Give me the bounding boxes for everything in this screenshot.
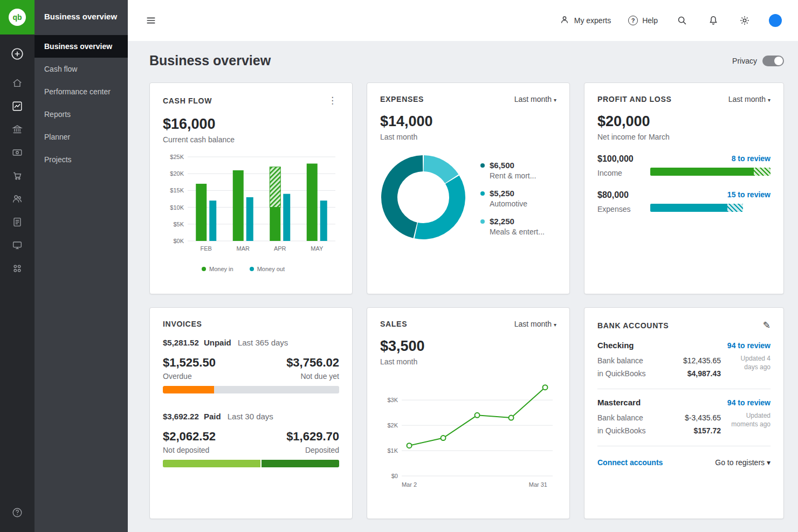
topbar: My experts ? Help	[128, 0, 798, 41]
svg-text:$20K: $20K	[170, 170, 184, 177]
user-avatar[interactable]	[769, 14, 782, 27]
deposited-label: Deposited	[305, 446, 339, 454]
cash-flow-title: CASH FLOW	[163, 96, 212, 105]
page-title: Business overview	[149, 53, 271, 68]
notifications-bell-icon[interactable]	[706, 13, 720, 27]
checking-review-link[interactable]: 94 to review	[727, 341, 771, 350]
account-name: Checking	[597, 341, 634, 350]
nav-icon-home[interactable]	[6, 72, 28, 94]
sales-period-dropdown[interactable]: Last month▾	[514, 320, 556, 328]
nav-icon-banking[interactable]	[6, 119, 28, 140]
cash-flow-legend: Money in Money out	[202, 266, 339, 272]
svg-text:$0: $0	[391, 473, 398, 479]
nav-icon-apps[interactable]	[6, 258, 28, 279]
profit-loss-subtitle: Net income for March	[597, 133, 771, 141]
expense-legend-item: $2,250Meals & entert...	[480, 217, 545, 236]
nav-icon-sales[interactable]	[6, 165, 28, 186]
sidebar-item-business-overview[interactable]: Business overview	[35, 35, 128, 58]
connect-accounts-link[interactable]: Connect accounts	[597, 458, 663, 467]
search-icon[interactable]	[675, 13, 689, 27]
account-mastercard: Mastercard 94 to review Bank balance in …	[597, 398, 771, 437]
not-deposited-amount: $2,062.52	[163, 430, 216, 444]
cash-flow-kebab-menu-icon[interactable]: ⋮	[326, 95, 339, 106]
profit-loss-period-dropdown[interactable]: Last month▾	[728, 95, 771, 103]
cash-flow-subtitle: Current cash balance	[163, 135, 339, 144]
privacy-label: Privacy	[732, 57, 757, 65]
page-content: Business overview Privacy CASH FLOW ⋮ $1…	[128, 41, 798, 532]
bank-accounts-card: BANK ACCOUNTS ✎ Checking 94 to review Ba…	[584, 307, 784, 519]
rent-dot-icon	[480, 163, 485, 168]
expenses-subtitle: Last month	[380, 133, 556, 141]
svg-text:$15K: $15K	[170, 187, 184, 194]
account-name: Mastercard	[597, 398, 641, 407]
expenses-amount: $80,000	[597, 190, 650, 200]
mastercard-bank-balance: $-3,435.65	[685, 411, 721, 424]
privacy-toggle[interactable]	[762, 56, 784, 66]
income-review-link[interactable]: 8 to review	[650, 154, 771, 163]
profit-loss-amount: $20,000	[597, 113, 771, 130]
sidebar-header: Business overview	[35, 0, 128, 35]
invoices-card: INVOICES $5,281.52 Unpaid Last 365 days …	[149, 307, 353, 519]
svg-text:$1K: $1K	[387, 447, 398, 454]
expenses-period-dropdown[interactable]: Last month▾	[514, 95, 556, 103]
svg-text:$0K: $0K	[173, 238, 184, 244]
svg-text:$25K: $25K	[170, 154, 184, 160]
legend-item-money-out: Money out	[250, 266, 285, 272]
my-experts-label: My experts	[574, 16, 611, 25]
cash-flow-card: CASH FLOW ⋮ $16,000 Current cash balance…	[149, 82, 353, 294]
nav-icon-expenses[interactable]	[6, 142, 28, 163]
expenses-review-link[interactable]: 15 to review	[650, 190, 771, 199]
help-button[interactable]: ? Help	[628, 16, 658, 25]
sidebar-item-projects[interactable]: Projects	[35, 148, 128, 171]
expenses-progress-bar	[650, 204, 771, 212]
sidebar-item-cash-flow[interactable]: Cash flow	[35, 58, 128, 80]
svg-text:FEB: FEB	[201, 245, 212, 252]
svg-text:Mar 2: Mar 2	[402, 481, 417, 488]
rail-help-button[interactable]	[6, 502, 28, 523]
dashboard-grid: CASH FLOW ⋮ $16,000 Current cash balance…	[149, 82, 784, 519]
sales-line-chart: $0$1K$2K$3KMar 2Mar 31	[380, 374, 556, 500]
paid-summary: $3,692.22 Paid Last 30 days	[163, 412, 339, 421]
nav-icon-reports[interactable]	[6, 211, 28, 233]
sales-card: SALES Last month▾ $3,500 Last month $0$1…	[367, 307, 570, 519]
quickbooks-logo[interactable]: qb	[0, 0, 35, 34]
money-out-dot-icon	[250, 267, 254, 271]
expense-legend-item: $6,500Rent & mort...	[480, 161, 545, 180]
svg-text:$2K: $2K	[387, 422, 398, 429]
sidebar-item-performance-center[interactable]: Performance center	[35, 80, 128, 103]
profit-loss-card: PROFIT AND LOSS Last month▾ $20,000 Net …	[584, 82, 784, 294]
go-to-registers-dropdown[interactable]: Go to registers ▾	[715, 458, 771, 467]
profit-loss-title: PROFIT AND LOSS	[597, 95, 672, 103]
svg-text:MAY: MAY	[311, 245, 324, 252]
new-button[interactable]	[6, 43, 28, 65]
checking-bank-balance: $12,435.65	[683, 354, 721, 367]
topbar-actions: My experts ? Help	[559, 13, 782, 27]
income-label: Income	[597, 169, 650, 177]
chevron-down-icon: ▾	[554, 97, 556, 103]
hamburger-menu-button[interactable]	[144, 13, 158, 27]
sidebar: Business overview Business overview Cash…	[35, 0, 128, 532]
my-experts-button[interactable]: My experts	[559, 15, 611, 27]
automotive-dot-icon	[480, 191, 485, 196]
overdue-label: Overdue	[163, 372, 192, 381]
svg-text:$3K: $3K	[387, 397, 398, 403]
expenses-label: Expenses	[597, 205, 650, 213]
mastercard-review-link[interactable]: 94 to review	[727, 398, 771, 407]
nav-icon-business-overview[interactable]	[6, 95, 28, 117]
svg-text:APR: APR	[274, 245, 286, 252]
expenses-card: EXPENSES Last month▾ $14,000 Last month …	[367, 82, 570, 294]
settings-gear-icon[interactable]	[738, 13, 752, 27]
expenses-donut-chart	[380, 154, 466, 243]
cash-flow-bar-chart: $0K$5K$10K$15K$20K$25KFEBMARAPRMAY	[163, 151, 339, 261]
sidebar-item-reports[interactable]: Reports	[35, 103, 128, 126]
nav-icon-customers[interactable]	[6, 188, 28, 210]
not-due-label: Not due yet	[300, 372, 339, 381]
nav-icon-payroll[interactable]	[6, 234, 28, 256]
sidebar-item-planner[interactable]: Planner	[35, 126, 128, 148]
person-icon	[559, 15, 570, 27]
paid-progress-bar	[163, 460, 339, 467]
edit-pencil-icon[interactable]: ✎	[763, 320, 771, 331]
money-in-dot-icon	[202, 267, 206, 271]
unpaid-summary: $5,281.52 Unpaid Last 365 days	[163, 338, 339, 347]
app-window: qb	[0, 0, 798, 532]
